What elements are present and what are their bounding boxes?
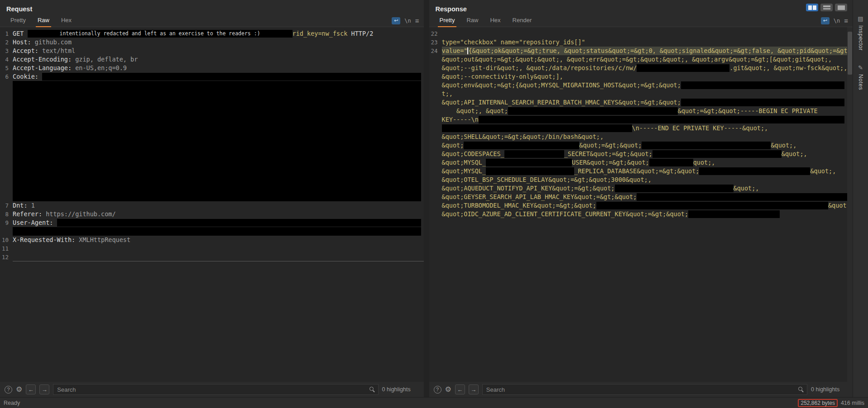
code-text: &quot;SHELL&quot;=&gt;&quot;/bin/bash&qu…	[442, 133, 604, 141]
code-line: &quot;CODESPACES__SECRET&quot;=&gt;&quot…	[429, 150, 848, 158]
response-scrollbar-thumb[interactable]	[848, 32, 852, 75]
sidebar-item-notes[interactable]: ✎ Notes	[858, 64, 864, 90]
code-text: https://github.com/	[42, 210, 116, 218]
redaction-box	[652, 150, 782, 158]
redaction-block	[13, 158, 421, 167]
response-bytes-badge: 252,862 bytes	[798, 399, 837, 407]
code-line: &quot;OIDC_AZURE_AD_CLIENT_CERTIFICATE_C…	[429, 210, 848, 218]
search-prev-button[interactable]: ←	[26, 384, 36, 394]
request-editor[interactable]: 1GET intentionally redacted and left as …	[0, 27, 424, 382]
redaction-box	[57, 219, 421, 227]
show-newlines-icon[interactable]: \n	[834, 18, 840, 24]
request-tab-raw[interactable]: Raw	[32, 14, 55, 27]
response-tab-render[interactable]: Render	[507, 14, 538, 27]
code-text: Dnt:	[13, 201, 28, 210]
code-text: HTTP/2	[347, 29, 373, 38]
word-wrap-icon[interactable]: ↩	[821, 17, 830, 24]
code-line: 23type="checkbox" name="repository_ids[]…	[429, 38, 848, 47]
code-line	[0, 193, 424, 201]
redaction-block	[13, 90, 421, 98]
help-icon[interactable]: ?	[5, 386, 12, 394]
message-panels: Request Pretty Raw Hex ↩ \n ≡ 1GET inten…	[0, 0, 853, 397]
sidebar-item-label: Inspector	[858, 25, 864, 51]
response-tab-pretty[interactable]: Pretty	[434, 14, 461, 27]
code-text: &quot;,	[782, 150, 807, 158]
redaction-box	[615, 185, 734, 192]
redaction-box	[596, 202, 828, 209]
code-text: &quot;, &quot;	[442, 107, 508, 115]
code-text: &quot;out&quot;=&gt;&quot;&quot;, &quot;…	[442, 55, 832, 64]
code-text: 1	[28, 201, 35, 210]
code-text: t;,	[442, 90, 453, 98]
redaction-block	[13, 184, 421, 193]
redaction-block	[13, 115, 421, 124]
redaction-box	[464, 142, 579, 149]
line-number: 5	[0, 64, 13, 72]
help-icon[interactable]: ?	[434, 386, 441, 394]
response-time: 416 millis	[841, 400, 864, 406]
code-line: &quot;&quot;=&gt;&quot;&quot;,	[429, 141, 848, 150]
redaction-box	[642, 142, 771, 149]
code-text: {&quot;ok&quot;=&gt;true, &quot;status&q…	[468, 47, 853, 55]
redaction-box	[681, 99, 844, 106]
code-line	[0, 167, 424, 176]
editor-menu-icon[interactable]: ≡	[415, 17, 419, 24]
redaction-block	[13, 107, 421, 115]
search-settings-icon[interactable]: ⚙	[16, 386, 22, 393]
code-line	[0, 124, 424, 133]
code-line	[0, 107, 424, 115]
response-editor[interactable]: 2223type="checkbox" name="repository_ids…	[429, 27, 853, 382]
redaction-block	[13, 98, 421, 107]
line-number: 1	[0, 29, 13, 38]
redaction-box	[479, 116, 844, 123]
code-line: &quot;, &quot;&quot;=&gt;&quot;-----BEGI…	[429, 107, 848, 115]
response-searchbar: ? ⚙ ← → 0 highlights	[429, 382, 853, 397]
redaction-block	[13, 133, 421, 141]
inspector-icon: ▤	[858, 15, 863, 22]
code-text: &quot;TURBOMODEL_HMAC_KEY&quot;=&gt;&quo…	[442, 201, 596, 210]
search-settings-icon[interactable]: ⚙	[445, 386, 451, 393]
status-bar: Ready 252,862 bytes 416 millis	[0, 397, 868, 408]
word-wrap-icon[interactable]: ↩	[392, 17, 400, 24]
code-text: _SECRET&quot;=&gt;&quot;	[564, 150, 652, 158]
line-number: 4	[0, 55, 13, 64]
code-text: Referer:	[13, 210, 42, 218]
line-number: 10	[0, 236, 13, 244]
response-panel-title: Response	[429, 0, 853, 14]
code-text: &quot;=&gt;&quot;-----BEGIN EC PRIVATE	[678, 107, 818, 115]
redaction-block	[13, 193, 421, 201]
show-newlines-icon[interactable]: \n	[404, 18, 411, 24]
search-next-button[interactable]: →	[39, 384, 49, 394]
code-line: &quot;GEYSER_SEARCH_API_LAB_HMAC_KEY&quo…	[429, 193, 848, 201]
search-next-button[interactable]: →	[469, 384, 479, 394]
request-highlight-count: 0 highlights	[382, 386, 419, 393]
search-prev-button[interactable]: ←	[455, 384, 465, 394]
line-number: 24	[429, 47, 442, 55]
request-tab-pretty[interactable]: Pretty	[5, 14, 32, 27]
redaction-box	[486, 159, 572, 166]
request-search-input[interactable]	[53, 384, 378, 395]
sidebar-item-inspector[interactable]: ▤ Inspector	[858, 15, 864, 51]
code-text: &quot;--git-dir&quot;, &quot;/data/repos…	[442, 64, 637, 72]
code-text: &quot;	[442, 141, 464, 150]
redaction-block	[13, 227, 421, 236]
request-tab-hex[interactable]: Hex	[55, 14, 77, 27]
response-scrollbar[interactable]	[847, 27, 853, 382]
code-line: 10X-Requested-With: XMLHttpRequest	[0, 236, 424, 244]
layout-columns-button[interactable]	[806, 4, 818, 11]
code-text: &quot;env&quot;=&gt;{&quot;MYSQL_MIGRATI…	[442, 81, 681, 90]
redaction-block	[13, 176, 421, 184]
redaction-box	[486, 167, 574, 175]
search-icon	[798, 387, 802, 391]
layout-rows-button[interactable]	[820, 4, 833, 11]
code-line: 6Cookie:	[0, 72, 424, 81]
editor-menu-icon[interactable]: ≡	[844, 17, 848, 24]
response-search-input[interactable]	[482, 384, 807, 395]
layout-single-button[interactable]	[835, 4, 847, 11]
code-line: 11	[0, 244, 424, 253]
line-number: 7	[0, 201, 13, 210]
response-tab-hex[interactable]: Hex	[484, 14, 506, 27]
response-tab-raw[interactable]: Raw	[460, 14, 484, 27]
sidebar-item-label: Notes	[858, 74, 864, 90]
code-text: &quot;OIDC_AZURE_AD_CLIENT_CERTIFICATE_C…	[442, 210, 689, 218]
